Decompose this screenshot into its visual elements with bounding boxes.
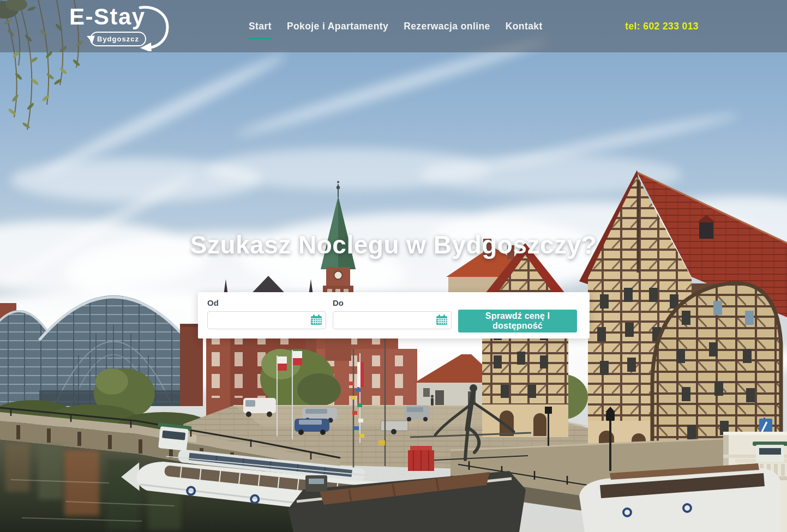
nav-item-pokoje-i-apartamenty[interactable]: Pokoje i Apartamenty bbox=[287, 21, 388, 32]
check-availability-button[interactable]: Sprawdź cenę I dostępność bbox=[458, 310, 577, 332]
nav-item-rezerwacja-online[interactable]: Rezerwacja online bbox=[404, 21, 490, 32]
checkin-field-wrapper bbox=[207, 311, 326, 329]
checkout-label: Do bbox=[333, 298, 344, 307]
hero-title: Szukasz Noclegu w Bydgoszczy? bbox=[0, 230, 787, 259]
nav-item-start[interactable]: Start bbox=[249, 21, 272, 32]
page: E-Stay Bydgoszcz Start Pokoje i Apartame… bbox=[0, 0, 787, 532]
calendar-icon[interactable] bbox=[310, 315, 322, 325]
hero-background-photo bbox=[0, 0, 787, 532]
logo-city-badge: Bydgoszcz bbox=[90, 32, 146, 46]
phone-number: tel: 602 233 013 bbox=[625, 0, 699, 52]
checkin-date-input[interactable] bbox=[207, 311, 326, 329]
logo-brand-text: E-Stay bbox=[69, 5, 146, 28]
checkin-label: Od bbox=[207, 298, 219, 307]
calendar-icon[interactable] bbox=[436, 315, 448, 325]
header: E-Stay Bydgoszcz Start Pokoje i Apartame… bbox=[0, 0, 787, 52]
checkout-field-wrapper bbox=[333, 311, 452, 329]
checkout-date-input[interactable] bbox=[333, 311, 452, 329]
booking-widget: Od Do Spr bbox=[198, 292, 590, 338]
logo-home-link[interactable]: E-Stay Bydgoszcz bbox=[69, 4, 178, 50]
nav-item-kontakt[interactable]: Kontakt bbox=[506, 21, 543, 32]
main-nav: Start Pokoje i Apartamenty Rezerwacja on… bbox=[249, 0, 543, 52]
